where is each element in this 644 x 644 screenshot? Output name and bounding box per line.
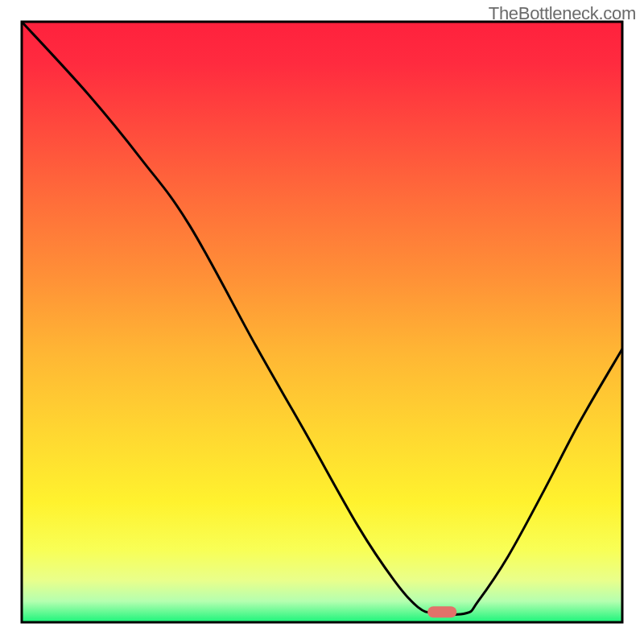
optimal-marker [427,606,456,617]
bottleneck-chart [0,0,644,644]
gradient-background [22,22,622,622]
watermark-text: TheBottleneck.com [489,3,636,24]
chart-root: TheBottleneck.com [0,0,644,644]
